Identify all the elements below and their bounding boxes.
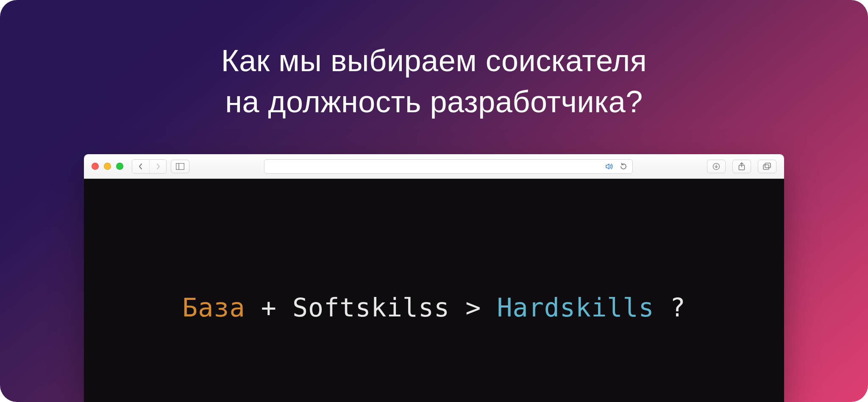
browser-content: База + Softskilss > Hardskills ? xyxy=(84,179,784,402)
heading-line-2: на должность разработчика? xyxy=(225,85,643,119)
svg-rect-4 xyxy=(763,165,769,169)
close-window-button[interactable] xyxy=(92,163,99,170)
audio-icon xyxy=(605,163,614,170)
zoom-window-button[interactable] xyxy=(116,163,123,170)
history-nav xyxy=(132,159,167,174)
show-tabs-button[interactable] xyxy=(758,160,776,173)
hero-card: Как мы выбираем соискателя на должность … xyxy=(0,0,868,402)
browser-toolbar xyxy=(84,154,784,179)
page-title: Как мы выбираем соискателя на должность … xyxy=(221,40,647,122)
token-question: ? xyxy=(654,293,686,322)
code-expression: База + Softskilss > Hardskills ? xyxy=(182,293,686,322)
toolbar-right xyxy=(707,160,776,173)
token-plus: + xyxy=(245,293,292,322)
forward-button[interactable] xyxy=(149,160,166,173)
address-bar[interactable] xyxy=(264,159,633,174)
sidebar-toggle-button[interactable] xyxy=(171,160,189,173)
minimize-window-button[interactable] xyxy=(104,163,111,170)
sidebar-icon xyxy=(176,163,184,170)
chevron-left-icon xyxy=(138,163,143,170)
browser-window: База + Softskilss > Hardskills ? xyxy=(84,154,784,402)
heading-line-1: Как мы выбираем соискателя xyxy=(221,44,647,78)
downloads-button[interactable] xyxy=(707,160,726,173)
tabs-icon xyxy=(763,163,771,170)
back-button[interactable] xyxy=(132,160,149,173)
chevron-right-icon xyxy=(156,163,161,170)
token-hardskills: Hardskills xyxy=(497,293,654,322)
token-gt: > xyxy=(450,293,497,322)
token-softskills: Softskilss xyxy=(292,293,450,322)
share-button[interactable] xyxy=(732,160,751,173)
svg-rect-5 xyxy=(765,163,771,168)
share-icon xyxy=(738,162,745,171)
svg-rect-0 xyxy=(176,163,184,169)
reload-icon[interactable] xyxy=(620,163,627,170)
window-controls xyxy=(92,163,123,170)
token-base: База xyxy=(182,293,245,322)
download-icon xyxy=(712,163,720,170)
